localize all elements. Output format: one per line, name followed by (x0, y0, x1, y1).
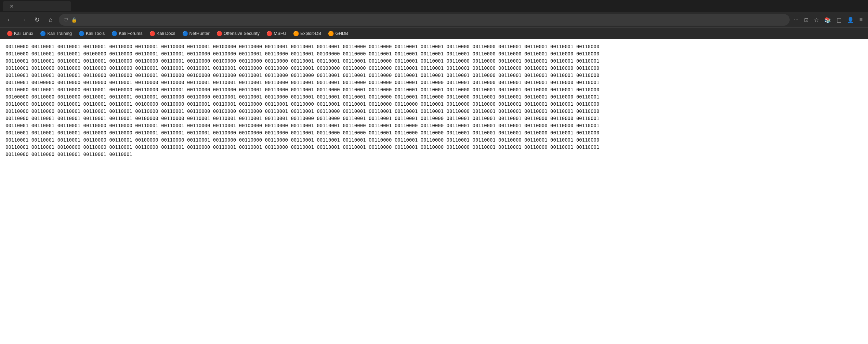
bookmark-kali-docs[interactable]: 🔴 Kali Docs (147, 30, 178, 37)
lock-icon: 🔒 (71, 17, 77, 23)
msfu-icon: 🔴 (266, 31, 272, 36)
kali-docs-icon: 🔴 (149, 31, 155, 36)
pocket-button[interactable]: ⊡ (803, 15, 810, 25)
bookmark-kali-training[interactable]: 🔵 Kali Training (37, 30, 75, 37)
binary-line-13: 00110001 00110001 00110001 00110000 0011… (5, 136, 863, 144)
kali-tools-label: Kali Tools (86, 31, 105, 36)
bookmark-msfu[interactable]: 🔴 MSFU (264, 30, 289, 37)
kali-forums-label: Kali Forums (119, 31, 142, 36)
binary-line-5: 00110001 00100000 00110000 00110000 0011… (5, 79, 863, 86)
binary-line-2: 00110001 00110001 00110001 00110001 0011… (5, 57, 863, 65)
tab-close-button[interactable]: ✕ (10, 3, 14, 9)
sidebar-button[interactable]: ◫ (835, 15, 843, 25)
ghdb-label: GHDB (335, 31, 348, 36)
browser-chrome: ✕ ← → ↻ ⌂ 🛡 🔒 ··· ⊡ ☆ 📚 ◫ 👤 ≡ 🔴 Kali Lin… (0, 0, 868, 39)
library-button[interactable]: 📚 (823, 15, 832, 25)
nav-right-icons: ··· ⊡ ☆ 📚 ◫ 👤 ≡ (792, 15, 864, 25)
kali-training-icon: 🔵 (40, 31, 46, 36)
forward-button[interactable]: → (18, 14, 29, 25)
binary-line-8: 00110000 00110000 00110001 00110001 0011… (5, 101, 863, 108)
binary-line-6: 00110000 00110001 00110000 00110001 0010… (5, 86, 863, 93)
address-bar[interactable]: 🛡 🔒 (59, 14, 790, 26)
offensive-security-label: Offensive Security (224, 31, 260, 36)
binary-line-7: 00100000 00110000 00110000 00110001 0011… (5, 93, 863, 101)
kali-forums-icon: 🔵 (111, 31, 117, 36)
bookmarks-bar: 🔴 Kali Linux 🔵 Kali Training 🔵 Kali Tool… (0, 27, 868, 39)
back-button[interactable]: ← (4, 14, 15, 25)
binary-line-10: 00110000 00110001 00110001 00110001 0011… (5, 115, 863, 122)
kali-docs-label: Kali Docs (157, 31, 175, 36)
bookmark-exploit-db[interactable]: 🟠 Exploit-DB (290, 30, 324, 37)
binary-line-14: 00110001 00110001 00100000 00110000 0011… (5, 144, 863, 151)
kali-tools-icon: 🔵 (79, 31, 84, 36)
binary-line-15: 00110000 00110000 00110001 00110001 0011… (5, 151, 863, 158)
bookmark-offensive-security[interactable]: 🔴 Offensive Security (214, 30, 262, 37)
binary-line-1: 00110000 00110001 00110001 00100000 0011… (5, 50, 863, 57)
bookmark-kali-tools[interactable]: 🔵 Kali Tools (76, 30, 107, 37)
binary-line-11: 00110001 00110001 00110001 00110000 0011… (5, 122, 863, 129)
msfu-label: MSFU (274, 31, 286, 36)
exploit-db-label: Exploit-DB (300, 31, 321, 36)
binary-line-9: 00110000 00110000 00110001 00110001 0011… (5, 108, 863, 115)
shield-icon: 🛡 (64, 17, 68, 23)
bookmark-star-button[interactable]: ☆ (813, 15, 820, 25)
bookmark-nethunter[interactable]: 🔵 NetHunter (180, 30, 212, 37)
kali-linux-label: Kali Linux (14, 31, 33, 36)
reload-button[interactable]: ↻ (31, 14, 42, 25)
nav-bar: ← → ↻ ⌂ 🛡 🔒 ··· ⊡ ☆ 📚 ◫ 👤 ≡ (0, 12, 868, 27)
binary-line-3: 00110001 00110000 00110000 00110000 0011… (5, 65, 863, 72)
nethunter-label: NetHunter (189, 31, 210, 36)
binary-line-12: 00110001 00110001 00110001 00110000 0011… (5, 129, 863, 136)
binary-line-4: 00110001 00110001 00110001 00110000 0011… (5, 72, 863, 79)
menu-button[interactable]: ≡ (858, 15, 864, 24)
page-content: 00110000 00110001 00110001 00110001 0011… (0, 39, 868, 278)
bookmark-kali-forums[interactable]: 🔵 Kali Forums (109, 30, 145, 37)
bookmark-kali-linux[interactable]: 🔴 Kali Linux (4, 30, 36, 37)
kali-training-label: Kali Training (47, 31, 72, 36)
bookmark-ghdb[interactable]: 🟠 GHDB (325, 30, 351, 37)
active-tab[interactable]: ✕ (3, 1, 71, 11)
exploit-db-icon: 🟠 (293, 31, 299, 36)
home-button[interactable]: ⌂ (45, 14, 56, 25)
more-options-button[interactable]: ··· (792, 15, 800, 24)
nethunter-icon: 🔵 (182, 31, 188, 36)
ghdb-icon: 🟠 (328, 31, 334, 36)
tab-bar: ✕ (0, 0, 868, 12)
binary-line-0: 00110000 00110001 00110001 00110001 0011… (5, 43, 863, 50)
kali-linux-icon: 🔴 (7, 31, 13, 36)
offensive-security-icon: 🔴 (216, 31, 222, 36)
account-button[interactable]: 👤 (846, 15, 855, 25)
